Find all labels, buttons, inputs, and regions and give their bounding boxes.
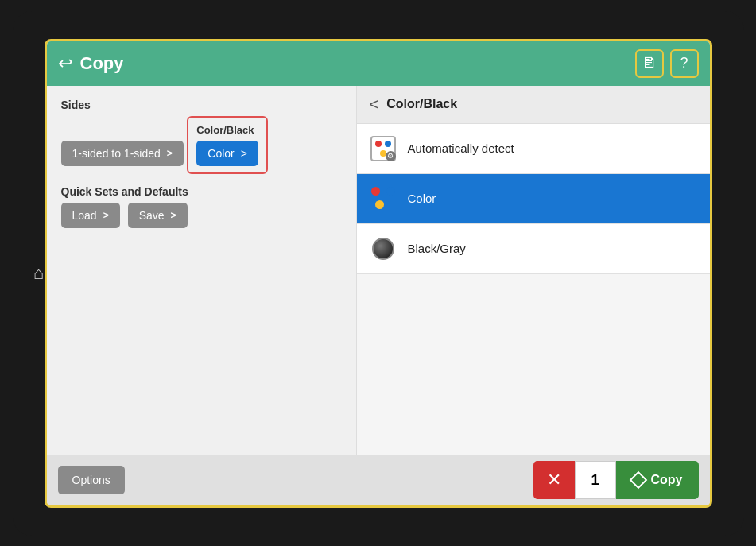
color-black-label: Color/Black: [196, 124, 258, 136]
right-panel-header: < Color/Black: [357, 86, 710, 124]
header: ↩ Copy 🖹 ?: [47, 41, 710, 86]
auto-dot-blue: [385, 141, 391, 147]
right-panel: < Color/Black ⚙: [357, 86, 710, 455]
right-panel-back-chevron[interactable]: <: [370, 95, 379, 114]
quick-sets-label: Quick Sets and Defaults: [61, 185, 342, 198]
color-button[interactable]: Color >: [196, 141, 258, 166]
copy-button[interactable]: Copy: [616, 461, 699, 499]
black-gray-icon: [370, 235, 397, 262]
color-option-icon: [370, 185, 397, 212]
list-item[interactable]: Black/Gray: [357, 224, 710, 274]
color-option-label: Color: [408, 192, 436, 205]
footer-right: ✕ 1 Copy: [533, 461, 699, 499]
auto-detect-icon: ⚙: [370, 135, 397, 162]
load-chevron: >: [103, 210, 109, 221]
auto-dot-red: [375, 141, 382, 147]
page-title: Copy: [80, 53, 635, 74]
right-panel-title: Color/Black: [386, 97, 457, 111]
copy-count: 1: [575, 461, 616, 499]
cancel-button[interactable]: ✕: [533, 461, 575, 499]
dot-blue: [386, 187, 395, 196]
document-icon: 🖹: [642, 55, 657, 72]
options-btn-label: Options: [72, 474, 110, 486]
diamond-icon: [629, 471, 647, 490]
gear-overlay-icon: ⚙: [386, 151, 396, 161]
sides-chevron: >: [167, 148, 173, 159]
color-btn-label: Color: [207, 147, 234, 160]
black-circle: [372, 238, 394, 260]
count-value: 1: [591, 472, 599, 489]
list-item[interactable]: ⚙ Automatically detect: [357, 124, 710, 174]
list-item[interactable]: Color: [357, 174, 710, 224]
sides-btn-label: 1-sided to 1-sided: [72, 147, 161, 160]
dot-red: [371, 187, 380, 196]
sides-button[interactable]: 1-sided to 1-sided >: [61, 141, 184, 166]
copy-btn-label: Copy: [651, 473, 683, 487]
auto-detect-label: Automatically detect: [408, 141, 514, 155]
left-panel: Sides 1-sided to 1-sided > Color/Black C…: [47, 86, 357, 455]
main-panel: ↩ Copy 🖹 ? Sides 1-sided to 1-sided >: [45, 39, 712, 508]
option-list: ⚙ Automatically detect: [357, 124, 710, 455]
load-btn-label: Load: [72, 209, 97, 222]
black-gray-label: Black/Gray: [408, 242, 466, 255]
cancel-icon: ✕: [547, 470, 561, 490]
home-button[interactable]: ⌂: [24, 258, 54, 288]
load-button[interactable]: Load >: [61, 203, 120, 228]
save-button[interactable]: Save >: [128, 203, 188, 228]
content-area: Sides 1-sided to 1-sided > Color/Black C…: [47, 86, 710, 455]
color-chevron: >: [241, 147, 247, 160]
header-icons: 🖹 ?: [635, 49, 699, 78]
back-icon[interactable]: ↩: [58, 53, 72, 74]
device-frame: ⌂ ↩ Copy 🖹 ? Sides 1-sided to 1-sided: [13, 11, 744, 536]
save-chevron: >: [171, 210, 176, 221]
help-icon-btn[interactable]: ?: [670, 49, 699, 78]
help-icon: ?: [680, 55, 688, 72]
quick-sets-row: Load > Save >: [61, 203, 342, 239]
footer: Options ✕ 1 Copy: [47, 455, 710, 505]
save-btn-label: Save: [139, 209, 165, 222]
options-button[interactable]: Options: [58, 466, 125, 494]
dot-yellow: [375, 200, 384, 209]
document-icon-btn[interactable]: 🖹: [635, 49, 664, 78]
color-black-section: Color/Black Color >: [187, 116, 268, 174]
sides-label: Sides: [61, 99, 342, 111]
